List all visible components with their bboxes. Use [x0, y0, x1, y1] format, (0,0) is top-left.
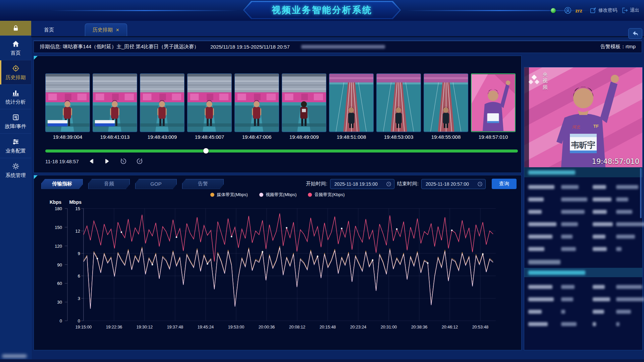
thumbnail-image[interactable]: [282, 73, 326, 132]
query-button[interactable]: 查询: [492, 179, 517, 189]
tab-home[interactable]: 首页: [37, 24, 61, 36]
thumbnail-image[interactable]: [424, 73, 468, 132]
metric-tab-1[interactable]: 传输指标: [41, 179, 83, 189]
legend-dot: [259, 193, 263, 197]
svg-text:20:53:48: 20:53:48: [472, 325, 489, 329]
thumbnail-6[interactable]: 19:48:49:009: [282, 73, 326, 142]
change-password-button[interactable]: 修改密码: [589, 7, 617, 14]
blurred-text: [561, 197, 587, 201]
thumbnail-3[interactable]: 19:48:43:009: [140, 73, 184, 142]
sidebar-item-2[interactable]: 历史排期: [0, 60, 31, 84]
bar-chart-icon: [12, 89, 20, 97]
rewind-5s-icon[interactable]: 5: [120, 158, 127, 165]
sidebar-item-6[interactable]: 系统管理: [0, 158, 31, 182]
blurred-text: [593, 247, 607, 251]
timeline-slider-knob[interactable]: [203, 148, 209, 154]
timeline-slider[interactable]: [45, 149, 518, 153]
username: zrz: [575, 8, 582, 13]
thumbnail-timestamp: 19:48:57:010: [471, 132, 516, 142]
thumbnail-4[interactable]: 19:48:45:007: [187, 73, 232, 142]
thumbnail-image[interactable]: [187, 73, 232, 132]
svg-text:0: 0: [60, 318, 62, 323]
legend-item[interactable]: 音频带宽(Kbps): [308, 192, 344, 198]
svg-text:9: 9: [78, 251, 80, 256]
bandwidth-chart: KbpsMbps18015012090603001512963019:15:00…: [37, 198, 516, 333]
player-controls: 11-18 19:48:57 5 5: [45, 158, 521, 165]
thumbnail-8[interactable]: 19:48:53:003: [376, 73, 421, 142]
thumbnail-image[interactable]: [376, 73, 421, 132]
blurred-text: [561, 185, 579, 189]
legend-item[interactable]: 媒体带宽(Mbps): [210, 192, 248, 198]
metric-tab-4[interactable]: 告警: [182, 179, 224, 189]
svg-text:19:30:12: 19:30:12: [137, 325, 153, 329]
table-row: [528, 193, 638, 205]
close-tab-icon[interactable]: ✕: [116, 27, 119, 33]
thumbnail-7[interactable]: 19:48:51:008: [329, 73, 374, 142]
thumbnail-image[interactable]: [93, 73, 137, 132]
blurred-text: [593, 235, 605, 239]
stream-detail-panel: 河北TF韦昕宇 央视频 19:48:57:010: [524, 67, 643, 350]
tab-history-schedule[interactable]: 历史排期 ✕: [85, 23, 127, 36]
schedule-info-bar: 排期信息: 咪咕赛事144（低时延）主_田径 第4比赛日（男子跳远决赛） 202…: [34, 40, 642, 53]
sidebar-collapse-button[interactable]: [0, 21, 31, 36]
bottom-strip: [0, 359, 644, 362]
thumbnail-9[interactable]: 19:48:55:008: [424, 73, 468, 142]
thumbnail-image[interactable]: [45, 73, 90, 132]
blurred-text: [616, 297, 644, 301]
thumbnail-2[interactable]: 19:48:41:013: [93, 73, 137, 142]
blurred-text: [593, 322, 596, 326]
thumbnail-image[interactable]: [234, 73, 279, 132]
end-time-input[interactable]: 2025-11-18 20:57:00: [421, 179, 486, 189]
blurred-text: [561, 235, 573, 239]
video-preview[interactable]: 河北TF韦昕宇 央视频 19:48:57:010: [524, 67, 642, 167]
blurred-text: [593, 197, 611, 201]
thumbnail-image[interactable]: [329, 73, 374, 132]
step-forward-icon[interactable]: [104, 158, 111, 165]
timeline-slider-row: [45, 148, 518, 154]
thumbnail-10[interactable]: 19:48:57:010: [471, 73, 516, 142]
thumbnail-image[interactable]: [140, 73, 184, 132]
back-arrow-icon: [632, 30, 639, 37]
sidebar-item-label: 首页: [11, 50, 21, 56]
svg-text:20:15:48: 20:15:48: [320, 325, 336, 329]
start-time-input[interactable]: 2025-11-18 19:15:00: [330, 179, 394, 189]
sidebar-item-label: 业务配置: [6, 148, 26, 154]
stream-info-header: [524, 167, 642, 177]
table-row: [528, 230, 638, 243]
thumbnail-1[interactable]: 19:48:39:004: [45, 73, 90, 142]
legend-item[interactable]: 视频带宽(Mbps): [259, 192, 297, 198]
blurred-text: [561, 322, 577, 326]
status-dot: [551, 8, 556, 13]
table-row: [528, 293, 638, 305]
svg-text:5: 5: [123, 160, 124, 163]
step-backward-icon[interactable]: [88, 158, 95, 165]
sidebar-item-5[interactable]: 业务配置: [0, 133, 31, 158]
svg-text:60: 60: [57, 281, 62, 286]
blurred-text: [561, 210, 585, 214]
svg-text:6: 6: [78, 274, 80, 279]
sidebar-item-3[interactable]: 统计分析: [0, 84, 31, 109]
blurred-text: [528, 260, 560, 264]
metric-tab-3[interactable]: GOP: [135, 179, 177, 189]
svg-text:180: 180: [55, 206, 62, 211]
sidebar-item-label: 系统管理: [6, 172, 26, 179]
thumbnail-5[interactable]: 19:48:47:006: [234, 73, 279, 142]
thumbnail-timestamp: 19:48:39:004: [45, 132, 90, 142]
taskbar-remnant-blur: [2, 354, 27, 358]
metric-tab-2[interactable]: 音频: [88, 179, 130, 189]
back-button[interactable]: [628, 28, 642, 39]
user-avatar-icon[interactable]: [564, 7, 572, 14]
table-row: [528, 281, 638, 293]
sidebar-item-4[interactable]: 故障/事件: [0, 109, 31, 133]
blurred-text: [616, 210, 632, 214]
home-icon: [12, 40, 20, 48]
blurred-text: [528, 170, 575, 175]
forward-5s-icon[interactable]: 5: [136, 158, 143, 165]
right-panel-scrollbar[interactable]: [640, 168, 642, 218]
svg-text:20:08:12: 20:08:12: [289, 325, 306, 329]
blurred-text: [561, 247, 576, 251]
thumbnail-image[interactable]: [471, 73, 516, 132]
logout-button[interactable]: 退出: [621, 7, 639, 14]
sidebar-item-1[interactable]: 首页: [0, 36, 31, 60]
blurred-text: [616, 222, 644, 226]
